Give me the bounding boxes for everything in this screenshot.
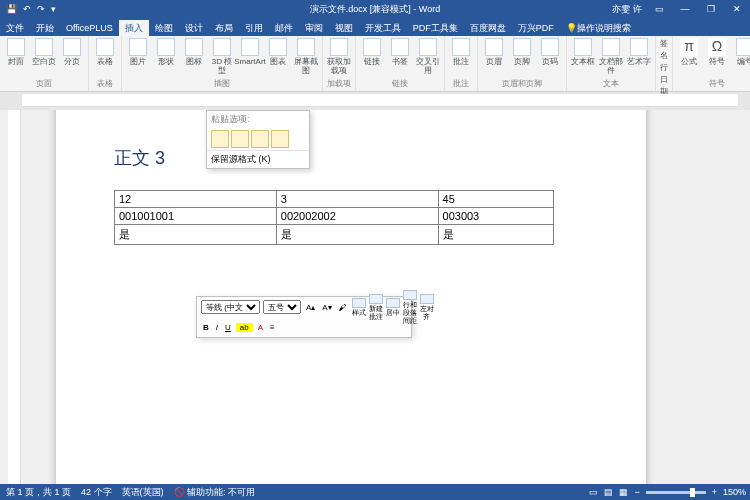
zoom-in-button[interactable]: + [712, 487, 717, 497]
header-button[interactable]: 页眉 [482, 38, 506, 66]
paste-options-popup[interactable]: 粘贴选项: 保留源格式 (K) [206, 110, 310, 169]
grow-font-button[interactable]: A▴ [304, 303, 317, 312]
footer-button[interactable]: 页脚 [510, 38, 534, 66]
new-comment-button[interactable]: 新建批注 [369, 294, 383, 321]
page-break-button[interactable]: 分页 [60, 38, 84, 66]
content-table[interactable]: 12345 001001001002002002003003 是是是 [114, 190, 554, 245]
bold-button[interactable]: B [201, 323, 211, 332]
view-web-icon[interactable]: ▦ [619, 487, 628, 497]
tab-references[interactable]: 引用 [239, 20, 269, 36]
quickparts-button[interactable]: 文档部件 [599, 38, 623, 75]
cell[interactable]: 是 [276, 225, 438, 245]
tab-design[interactable]: 设计 [179, 20, 209, 36]
close-button[interactable]: ✕ [728, 2, 746, 16]
status-words[interactable]: 42 个字 [81, 486, 112, 499]
tab-view[interactable]: 视图 [329, 20, 359, 36]
user-name[interactable]: 亦雯 许 [612, 3, 642, 16]
link-button[interactable]: 链接 [360, 38, 384, 66]
italic-button[interactable]: I [214, 323, 220, 332]
bookmark-button[interactable]: 书签 [388, 38, 412, 66]
bullets-button[interactable]: ≡ [268, 323, 277, 332]
maximize-button[interactable]: ❐ [702, 2, 720, 16]
paste-keep-source-icon[interactable] [211, 130, 229, 148]
cell[interactable]: 是 [115, 225, 277, 245]
tab-insert[interactable]: 插入 [119, 20, 149, 36]
format-painter-icon[interactable]: 🖌 [337, 303, 349, 312]
linespacing-button[interactable]: 行和段落间距 [403, 290, 417, 325]
tab-file[interactable]: 文件 [0, 20, 30, 36]
tab-draw[interactable]: 绘图 [149, 20, 179, 36]
qat-dropdown-icon[interactable]: ▾ [51, 4, 56, 14]
picture-button[interactable]: 图片 [126, 38, 150, 66]
center-button[interactable]: 居中 [386, 298, 400, 317]
style-button[interactable]: 样式 [352, 298, 366, 317]
cell[interactable]: 002002002 [276, 208, 438, 225]
tab-baidu[interactable]: 百度网盘 [464, 20, 512, 36]
cell[interactable]: 45 [438, 191, 553, 208]
cell[interactable]: 是 [438, 225, 553, 245]
document-area[interactable]: 正文 3 12345 001001001002002002003003 是是是 … [0, 110, 750, 484]
alignleft-button[interactable]: 左对齐 [420, 294, 434, 321]
tab-home[interactable]: 开始 [30, 20, 60, 36]
paste-picture-icon[interactable] [251, 130, 269, 148]
signature-button[interactable]: 签名行 [660, 38, 668, 74]
size-select[interactable]: 五号 [263, 300, 301, 314]
paste-text-icon[interactable] [271, 130, 289, 148]
shrink-font-button[interactable]: A▾ [320, 303, 333, 312]
tab-mail[interactable]: 邮件 [269, 20, 299, 36]
cover-page-button[interactable]: 封面 [4, 38, 28, 66]
view-print-icon[interactable]: ▤ [604, 487, 613, 497]
save-icon[interactable]: 💾 [6, 4, 17, 14]
font-color-button[interactable]: A [256, 323, 265, 332]
undo-icon[interactable]: ↶ [23, 4, 31, 14]
underline-button[interactable]: U [223, 323, 233, 332]
view-read-icon[interactable]: ▭ [589, 487, 598, 497]
crossref-button[interactable]: 交叉引用 [416, 38, 440, 75]
cell[interactable]: 3 [276, 191, 438, 208]
vertical-ruler[interactable] [8, 110, 21, 484]
number-button[interactable]: 编号 [733, 38, 750, 66]
tell-me[interactable]: 💡 操作说明搜索 [560, 20, 637, 36]
addins-button[interactable]: 获取加载项 [327, 38, 351, 75]
3dmodel-button[interactable]: 3D 模型 [210, 38, 234, 75]
zoom-slider[interactable] [646, 491, 706, 494]
paste-merge-icon[interactable] [231, 130, 249, 148]
smartart-button[interactable]: SmartArt [238, 38, 262, 66]
ribbon-opts-icon[interactable]: ▭ [650, 2, 668, 16]
shapes-button[interactable]: 形状 [154, 38, 178, 66]
tab-review[interactable]: 审阅 [299, 20, 329, 36]
redo-icon[interactable]: ↷ [37, 4, 45, 14]
mini-toolbar[interactable]: 等线 (中文 五号 A▴ A▾ 🖌 样式 新建批注 居中 行和段落间距 左对齐 … [196, 296, 412, 338]
comment-button[interactable]: 批注 [449, 38, 473, 66]
highlight-button[interactable]: ab [236, 323, 253, 332]
textbox-button[interactable]: 文本框 [571, 38, 595, 66]
pagenum-button[interactable]: 页码 [538, 38, 562, 66]
heading[interactable]: 正文 3 [114, 146, 606, 170]
table-button[interactable]: 表格 [93, 38, 117, 66]
icons-button[interactable]: 图标 [182, 38, 206, 66]
tab-wxpdf[interactable]: 万兴PDF [512, 20, 560, 36]
zoom-out-button[interactable]: − [634, 487, 639, 497]
equation-button[interactable]: π公式 [677, 38, 701, 66]
paste-keep-source-label[interactable]: 保留源格式 (K) [207, 150, 309, 168]
status-accessibility[interactable]: 🚫 辅助功能: 不可用 [174, 486, 256, 499]
tab-dev[interactable]: 开发工具 [359, 20, 407, 36]
cell[interactable]: 001001001 [115, 208, 277, 225]
screenshot-button[interactable]: 屏幕截图 [294, 38, 318, 75]
blank-page-button[interactable]: 空白页 [32, 38, 56, 66]
horizontal-ruler[interactable] [22, 94, 738, 107]
font-select[interactable]: 等线 (中文 [201, 300, 260, 314]
symbol-button[interactable]: Ω符号 [705, 38, 729, 66]
chart-button[interactable]: 图表 [266, 38, 290, 66]
cell[interactable]: 003003 [438, 208, 553, 225]
tab-officeplus[interactable]: OfficePLUS [60, 20, 119, 36]
group-label: 批注 [449, 78, 473, 89]
status-language[interactable]: 英语(英国) [122, 486, 164, 499]
zoom-level[interactable]: 150% [723, 487, 746, 497]
tab-layout[interactable]: 布局 [209, 20, 239, 36]
wordart-button[interactable]: 艺术字 [627, 38, 651, 66]
cell[interactable]: 12 [115, 191, 277, 208]
status-page[interactable]: 第 1 页，共 1 页 [6, 486, 71, 499]
minimize-button[interactable]: — [676, 2, 694, 16]
tab-pdf[interactable]: PDF工具集 [407, 20, 464, 36]
